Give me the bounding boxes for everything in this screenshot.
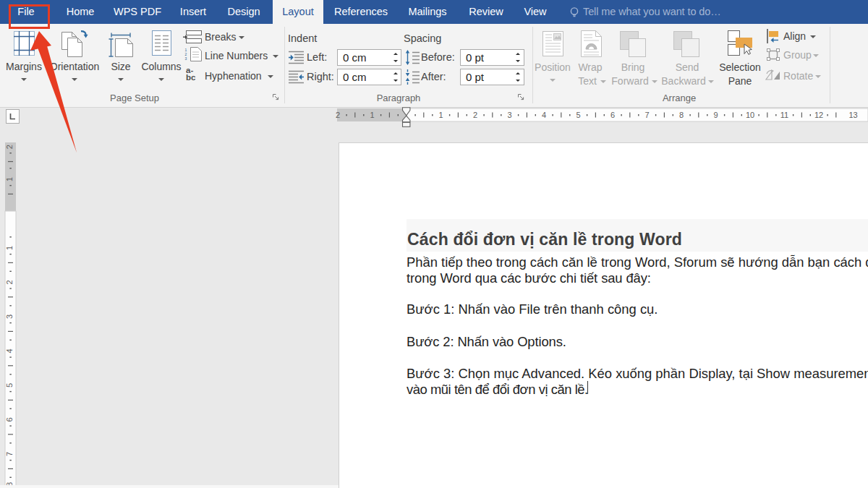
svg-text:2: 2	[5, 280, 14, 284]
svg-text:2: 2	[473, 111, 477, 119]
svg-text:3: 3	[507, 111, 511, 119]
svg-text:9: 9	[713, 111, 718, 119]
svg-text:4: 4	[5, 348, 14, 353]
svg-text:3: 3	[185, 56, 187, 61]
svg-text:12: 12	[814, 111, 823, 119]
svg-text:10: 10	[746, 111, 754, 119]
svg-text:4: 4	[542, 111, 546, 119]
svg-text:1: 1	[5, 177, 14, 181]
svg-text:1: 1	[438, 111, 443, 119]
svg-text:1: 1	[5, 246, 14, 250]
svg-text:8: 8	[679, 111, 684, 119]
svg-text:3: 3	[5, 314, 14, 319]
svg-text:2: 2	[5, 145, 14, 149]
svg-text:6: 6	[5, 417, 14, 421]
svg-text:5: 5	[5, 383, 14, 388]
svg-text:6: 6	[610, 111, 615, 119]
svg-text:5: 5	[576, 111, 580, 119]
svg-text:11: 11	[780, 111, 788, 119]
svg-text:13: 13	[848, 111, 857, 119]
svg-text:7: 7	[5, 452, 14, 456]
svg-text:1: 1	[370, 111, 374, 119]
svg-text:2: 2	[336, 111, 340, 119]
svg-text:7: 7	[644, 111, 649, 119]
